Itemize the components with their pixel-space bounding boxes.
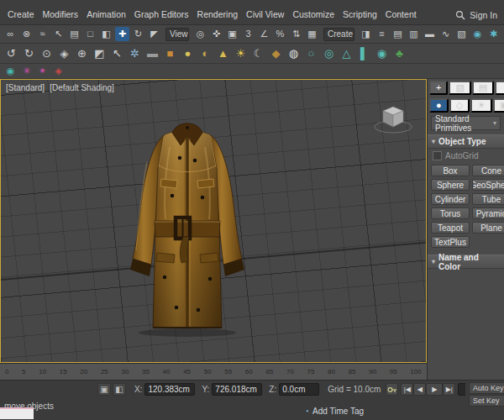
sphere-button[interactable]: Sphere [431, 179, 470, 191]
box-button[interactable]: Box [431, 165, 470, 176]
object-type-rollout-header[interactable]: ▾ Object Type [428, 134, 504, 149]
snaps-toggle-icon[interactable]: 3 [241, 27, 255, 41]
x-coordinate-field[interactable] [144, 383, 195, 396]
pyramid-button[interactable]: Pyramid [472, 207, 504, 219]
z-coordinate-field[interactable] [279, 383, 319, 396]
geosphere-button[interactable]: GeoSphere [472, 179, 504, 191]
sun-icon[interactable]: ☀ [233, 45, 249, 61]
unlink-selection-icon[interactable]: ⊗ [19, 27, 34, 41]
flower-brush-icon[interactable]: ✳ [19, 65, 34, 77]
tube-primitive-icon[interactable]: ◎ [321, 45, 337, 61]
tab-motion[interactable]: ◔ [495, 81, 504, 95]
tab-modify[interactable]: ▧ [449, 81, 470, 95]
redo-icon[interactable]: ↻ [21, 45, 37, 61]
trench-coat-model[interactable] [103, 112, 271, 339]
torus-primitive-icon[interactable]: ○ [303, 45, 319, 61]
bind-to-space-warp-icon[interactable]: ≈ [35, 27, 50, 41]
pyramid-primitive-icon[interactable]: △ [339, 45, 354, 61]
go-to-end-button[interactable]: ▶| [443, 383, 455, 396]
current-frame-field[interactable] [458, 383, 465, 396]
menu-animation[interactable]: Animation [82, 8, 130, 24]
viewport-label-standard[interactable]: [Standard] [6, 83, 45, 92]
named-selection-sets-icon[interactable]: ▦ [305, 27, 319, 41]
keyboard-override-icon[interactable]: ▣ [225, 27, 239, 41]
menu-modifiers[interactable]: Modifiers [39, 8, 83, 24]
toggle-scene-explorer-icon[interactable]: ▤ [391, 27, 405, 41]
perspective-viewport[interactable]: [Standard] [Default Shading] [0, 79, 427, 363]
paint-select-icon[interactable]: ✲ [127, 45, 143, 61]
sphere-wire-icon[interactable]: ◉ [374, 45, 390, 61]
undo-icon[interactable]: ↺ [3, 45, 19, 61]
toggle-ribbon-icon[interactable]: ▬ [423, 27, 437, 41]
cone-primitive-icon[interactable]: ▲ [215, 45, 231, 61]
add-time-tag[interactable]: ◔ Add Time Tag [304, 407, 364, 416]
menu-civil-view[interactable]: Civil View [242, 8, 288, 24]
tab-create[interactable]: + [429, 81, 448, 95]
sphere-primitive-icon[interactable]: ● [180, 45, 196, 61]
autogrid-checkbox[interactable] [433, 151, 442, 160]
key-mode-toggle[interactable] [386, 383, 398, 396]
plane-button[interactable]: Plane [472, 222, 504, 234]
align-icon[interactable]: ≡ [375, 27, 389, 41]
go-to-start-button[interactable]: |◀ [401, 383, 413, 396]
menu-customize[interactable]: Customize [288, 8, 339, 24]
category-shapes[interactable]: ◇ [449, 98, 470, 113]
menu-rendering[interactable]: Rendering [193, 8, 242, 24]
select-and-move-icon[interactable]: ✚ [115, 27, 129, 41]
tube-button[interactable]: Tube [472, 193, 504, 205]
viewport-label-shading[interactable]: [Default Shading] [50, 83, 114, 92]
creation-graph-icon[interactable]: ◈ [51, 65, 66, 77]
transform-type-in-toggle[interactable]: ▣ [97, 383, 111, 396]
set-key-button[interactable]: Set Key [469, 395, 504, 407]
viewcube[interactable] [370, 102, 416, 135]
select-and-scale-icon[interactable]: ◤ [147, 27, 161, 41]
foliage-icon[interactable]: ♣ [391, 45, 407, 61]
search-icon[interactable] [455, 10, 465, 20]
schematic-view-icon[interactable]: ▧ [454, 27, 469, 41]
teapot-button[interactable]: Teapot [431, 222, 470, 234]
category-lights[interactable]: ☀ [470, 98, 492, 113]
reference-coordinate-dropdown[interactable]: View ▾ [165, 28, 189, 41]
pointer-tool-icon[interactable]: ↖ [109, 45, 125, 61]
menu-create[interactable]: Create [3, 8, 39, 24]
populate-icon[interactable]: ◉ [3, 65, 18, 77]
category-geometry[interactable]: ● [429, 98, 449, 113]
category-cameras[interactable]: ▣ [493, 98, 504, 113]
menu-scripting[interactable]: Scripting [339, 8, 381, 24]
cylinder-primitive-icon[interactable]: ▌ [356, 45, 372, 61]
select-and-link-icon[interactable]: ∞ [3, 27, 18, 41]
snap-center-icon[interactable]: ⊕ [74, 45, 90, 61]
dome-primitive-icon[interactable]: ◐ [197, 45, 213, 61]
mirror-icon[interactable]: ◨ [359, 27, 373, 41]
window-crossing-icon[interactable]: ◧ [99, 27, 113, 41]
use-pivot-center-icon[interactable]: ◎ [193, 27, 207, 41]
name-color-rollout-header[interactable]: ▾ Name and Color [428, 255, 504, 269]
geosphere-primitive-icon[interactable]: ◍ [286, 45, 302, 61]
box-primitive-icon[interactable]: ■ [162, 45, 178, 61]
curve-editor-icon[interactable]: ∿ [438, 27, 453, 41]
render-setup-icon[interactable]: ✱ [486, 27, 501, 41]
isolate-selection-icon[interactable]: ◩ [92, 45, 108, 61]
scene-explorer-icon[interactable]: ⊙ [39, 45, 55, 61]
menu-content[interactable]: Content [381, 8, 421, 24]
y-coordinate-field[interactable] [212, 383, 262, 396]
select-by-name-icon[interactable]: ▤ [67, 27, 81, 41]
sign-in-button[interactable]: Sign In [470, 10, 497, 20]
auto-key-button[interactable]: Auto Key [469, 382, 504, 394]
cone-button[interactable]: Cone [472, 165, 504, 176]
torus-button[interactable]: Torus [431, 207, 470, 219]
plane-primitive-icon[interactable]: ▬ [144, 45, 160, 61]
cylinder-button[interactable]: Cylinder [431, 193, 470, 205]
play-button[interactable]: ▶ [426, 383, 443, 396]
offset-mode-toggle[interactable]: ◧ [113, 383, 126, 396]
primitives-category-dropdown[interactable]: Standard Primitives ▾ [431, 116, 501, 130]
percent-snap-icon[interactable]: % [273, 27, 287, 41]
moon-icon[interactable]: ☾ [250, 45, 266, 61]
rectangular-selection-icon[interactable]: □ [83, 27, 97, 41]
named-selection-set-dropdown[interactable]: Create Selection Se ▾ [323, 28, 354, 41]
toggle-layer-explorer-icon[interactable]: ▥ [407, 27, 421, 41]
select-and-manipulate-icon[interactable]: ✜ [209, 27, 223, 41]
previous-frame-button[interactable]: ◀ [413, 383, 426, 396]
menu-graph-editors[interactable]: Graph Editors [130, 8, 193, 24]
spinner-snap-icon[interactable]: ⇅ [289, 27, 303, 41]
